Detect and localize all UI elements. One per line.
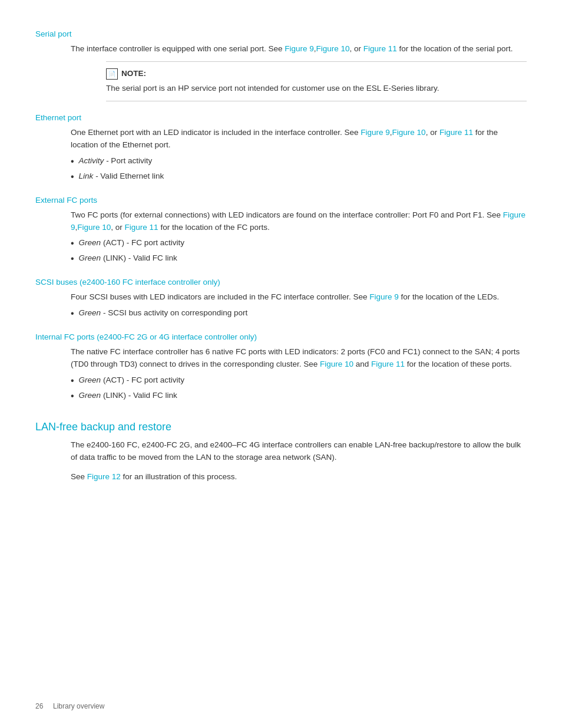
internal-fc-content: The native FC interface controller has 6… [71, 346, 527, 403]
serial-port-figure11-link[interactable]: Figure 11 [363, 44, 397, 53]
lan-free-heading: LAN-free backup and restore [35, 421, 527, 433]
serial-port-content: The interface controller is equipped wit… [71, 43, 527, 101]
internal-fc-paragraph: The native FC interface controller has 6… [71, 346, 527, 371]
external-fc-figure11-link[interactable]: Figure 11 [125, 223, 158, 232]
page-number: 26 [35, 702, 43, 710]
serial-port-figure10-link[interactable]: Figure 10 [316, 44, 350, 53]
ethernet-figure10-link[interactable]: Figure 10 [392, 128, 426, 137]
internal-fc-figure10-link[interactable]: Figure 10 [320, 360, 353, 368]
internal-fc-bullet-link: Green (LINK) - Valid FC link [71, 390, 527, 403]
ethernet-figure9-link[interactable]: Figure 9 [361, 128, 390, 137]
external-fc-ports-section: External FC ports Two FC ports (for exte… [35, 196, 527, 266]
lan-free-see-figure: See Figure 12 for an illustration of thi… [71, 471, 527, 483]
external-fc-bullet-link: Green (LINK) - Valid FC link [71, 252, 527, 266]
external-fc-paragraph: Two FC ports (for external connections) … [71, 209, 527, 234]
scsi-buses-section: SCSI buses (e2400-160 FC interface contr… [35, 278, 527, 321]
ethernet-port-section: Ethernet port One Ethernet port with an … [35, 113, 527, 184]
ethernet-figure11-link[interactable]: Figure 11 [439, 128, 473, 137]
note-text: The serial port is an HP service port no… [106, 83, 527, 95]
serial-port-note-box: 📄 NOTE: The serial port is an HP service… [106, 61, 527, 101]
lan-free-section: LAN-free backup and restore The e2400-16… [35, 421, 527, 483]
page-footer: 26 Library overview [35, 702, 104, 710]
lan-free-content: The e2400-160 FC, e2400-FC 2G, and e2400… [71, 439, 527, 483]
ethernet-port-heading: Ethernet port [35, 113, 527, 122]
internal-fc-section: Internal FC ports (e2400-FC 2G or 4G int… [35, 332, 527, 403]
lan-free-paragraph: The e2400-160 FC, e2400-FC 2G, and e2400… [71, 439, 527, 464]
internal-fc-bullet-act: Green (ACT) - FC port activity [71, 374, 527, 388]
serial-port-heading: Serial port [35, 29, 527, 38]
external-fc-figure10-link[interactable]: Figure 10 [77, 223, 111, 232]
scsi-bullet-list: Green - SCSI bus activity on correspondi… [71, 307, 527, 321]
ethernet-bullet-list: Activity - Port activity Link - Valid Et… [71, 155, 527, 184]
serial-port-paragraph: The interface controller is equipped wit… [71, 43, 527, 55]
internal-fc-heading: Internal FC ports (e2400-FC 2G or 4G int… [35, 332, 527, 341]
scsi-figure9-link[interactable]: Figure 9 [369, 292, 399, 301]
ethernet-bullet-link: Link - Valid Ethernet link [71, 170, 527, 184]
serial-port-section: Serial port The interface controller is … [35, 29, 527, 101]
internal-fc-figure11-link[interactable]: Figure 11 [371, 360, 405, 368]
ethernet-port-content: One Ethernet port with an LED indicator … [71, 127, 527, 184]
scsi-buses-content: Four SCSI buses with LED indicators are … [71, 291, 527, 321]
serial-port-figure9-link[interactable]: Figure 9 [285, 44, 314, 53]
ethernet-port-paragraph: One Ethernet port with an LED indicator … [71, 127, 527, 151]
footer-section: Library overview [53, 702, 104, 710]
internal-fc-bullet-list: Green (ACT) - FC port activity Green (LI… [71, 374, 527, 403]
note-label: 📄 NOTE: [106, 68, 527, 80]
note-icon: 📄 [106, 68, 118, 80]
scsi-bullet-green: Green - SCSI bus activity on correspondi… [71, 307, 527, 321]
scsi-buses-heading: SCSI buses (e2400-160 FC interface contr… [35, 278, 527, 286]
ethernet-bullet-activity: Activity - Port activity [71, 155, 527, 169]
external-fc-heading: External FC ports [35, 196, 527, 205]
external-fc-bullet-list: Green (ACT) - FC port activity Green (LI… [71, 237, 527, 266]
scsi-buses-paragraph: Four SCSI buses with LED indicators are … [71, 291, 527, 304]
external-fc-content: Two FC ports (for external connections) … [71, 209, 527, 266]
lan-free-figure12-link[interactable]: Figure 12 [87, 472, 121, 481]
external-fc-bullet-act: Green (ACT) - FC port activity [71, 237, 527, 251]
